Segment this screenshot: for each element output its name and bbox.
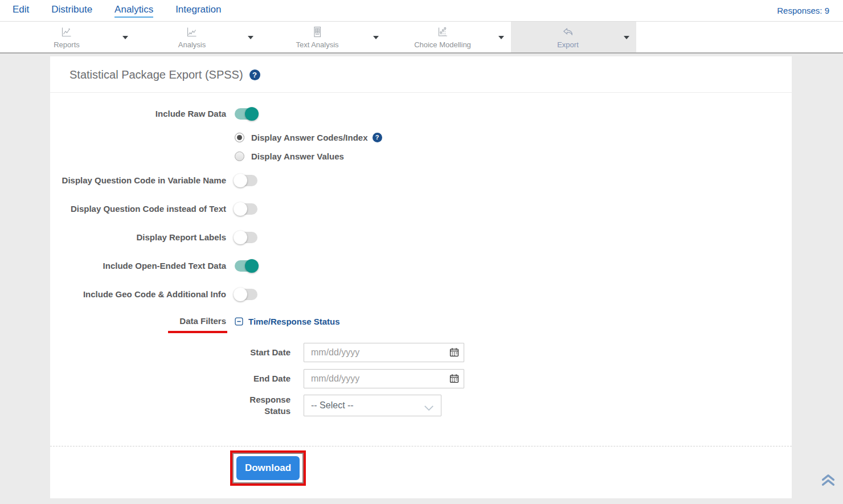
calendar-icon[interactable] [449, 374, 459, 386]
include-open-ended-text-toggle[interactable] [235, 260, 257, 272]
start-date-input[interactable] [304, 343, 464, 362]
top-menu-items: Edit Distribute Analytics Integration [13, 4, 221, 18]
toggle-row-question-code-text: Display Question Code instead of Text [50, 203, 792, 215]
time-response-status-title: Time/Response Status [248, 317, 340, 326]
responses-count[interactable]: Responses: 9 [777, 6, 829, 15]
toggle-knob [234, 202, 247, 216]
export-form: Include Raw Data Display Answer Codes/In… [50, 93, 792, 489]
analytics-toolbar: Reports Analysis Text Analysis Choice Mo… [0, 22, 843, 54]
tab-text-analysis-col: Text Analysis [260, 22, 386, 52]
end-date-label: End Date [50, 373, 290, 384]
menu-item-analytics[interactable]: Analytics [114, 4, 153, 18]
toggle-knob [245, 107, 259, 121]
radio-row-codes-index: Display Answer Codes/Index ? [235, 132, 792, 143]
calendar-icon[interactable] [449, 347, 459, 359]
include-raw-data-toggle[interactable] [235, 108, 257, 120]
response-status-select[interactable]: -- Select -- [304, 395, 441, 416]
scatter-chart-icon [435, 25, 450, 39]
tab-reports-label: Reports [54, 40, 80, 49]
area-chart-icon [185, 25, 199, 39]
toggle-label: Include Geo Code & Additional Info [50, 289, 226, 300]
toggle-row-open-ended: Include Open-Ended Text Data [50, 260, 792, 272]
end-date-input[interactable] [304, 369, 464, 388]
menu-item-edit[interactable]: Edit [13, 4, 29, 18]
question-code-in-variable-name-toggle[interactable] [235, 175, 257, 186]
tab-choice-modelling-col: Choice Modelling [386, 22, 511, 52]
toggle-knob [245, 259, 259, 273]
document-table-icon [310, 25, 325, 39]
answer-display-radio-group: Display Answer Codes/Index ? Display Ans… [235, 132, 792, 162]
data-filters-row: Data Filters Time/Response Status [50, 314, 792, 328]
display-answer-codes-radio[interactable] [235, 133, 244, 142]
radio-label: Display Answer Values [251, 151, 344, 161]
question-code-instead-of-text-toggle[interactable] [235, 203, 257, 215]
export-settings-card: Statistical Package Export (SPSS) ? Incl… [50, 56, 792, 498]
menu-item-integration[interactable]: Integration [175, 4, 221, 18]
tab-reports[interactable]: Reports [10, 22, 124, 52]
toggle-label: Include Open-Ended Text Data [50, 261, 226, 271]
tab-export-col: Export [511, 22, 636, 52]
chevron-down-icon[interactable] [498, 36, 504, 39]
display-report-labels-toggle[interactable] [235, 232, 257, 243]
toggle-row-question-code-variable: Display Question Code in Variable Name [50, 174, 792, 187]
tab-export[interactable]: Export [511, 22, 625, 52]
end-date-field-wrap [304, 369, 464, 388]
display-answer-values-radio[interactable] [235, 151, 244, 161]
radio-row-answer-values: Display Answer Values [235, 150, 792, 162]
tab-choice-modelling-label: Choice Modelling [414, 40, 471, 49]
download-area: Download [50, 446, 792, 489]
toggle-knob [234, 231, 247, 244]
tab-reports-col: Reports [10, 22, 135, 52]
line-chart-icon [59, 25, 74, 39]
double-chevron-up-icon [820, 473, 836, 487]
tab-analysis-col: Analysis [135, 22, 260, 52]
end-date-row: End Date [50, 369, 792, 388]
toggle-knob [234, 174, 247, 187]
toggle-row-geo-code: Include Geo Code & Additional Info [50, 288, 792, 301]
export-arrow-icon [560, 25, 575, 39]
page-title: Statistical Package Export (SPSS) [69, 68, 243, 81]
chevron-down-icon[interactable] [248, 36, 253, 39]
toggle-label: Display Report Labels [50, 232, 226, 243]
chevron-down-icon[interactable] [624, 36, 629, 39]
annotation-red-box: Download [230, 450, 306, 486]
radio-label: Display Answer Codes/Index [251, 133, 368, 142]
chevron-down-icon [424, 403, 434, 413]
collapse-minus-icon [235, 317, 243, 326]
start-date-label: Start Date [50, 347, 290, 358]
card-title-row: Statistical Package Export (SPSS) ? [50, 56, 792, 93]
toggle-label: Include Raw Data [50, 109, 226, 119]
data-filters-label-wrap: Data Filters [50, 316, 226, 326]
tab-analysis[interactable]: Analysis [135, 22, 249, 52]
select-value: -- Select -- [311, 400, 354, 411]
data-filters-label: Data Filters [179, 316, 226, 326]
time-response-status-section-toggle[interactable]: Time/Response Status [235, 317, 340, 326]
response-status-row: Response Status -- Select -- [50, 394, 792, 417]
top-menu-bar: Edit Distribute Analytics Integration Re… [0, 0, 843, 22]
tab-export-label: Export [557, 40, 579, 49]
toggle-row-include-raw-data: Include Raw Data [50, 108, 792, 120]
toggle-knob [234, 288, 247, 301]
radio-dot [237, 135, 242, 140]
scroll-to-top-button[interactable] [820, 473, 836, 490]
tab-analysis-label: Analysis [178, 40, 206, 49]
help-icon[interactable]: ? [373, 133, 382, 142]
annotation-red-underline [168, 331, 227, 333]
start-date-field-wrap [304, 343, 464, 362]
toggle-row-report-labels: Display Report Labels [50, 231, 792, 244]
chevron-down-icon[interactable] [122, 36, 128, 39]
help-icon[interactable]: ? [249, 69, 260, 80]
start-date-row: Start Date [50, 343, 792, 362]
chevron-down-icon[interactable] [373, 36, 379, 39]
download-button[interactable]: Download [236, 456, 300, 480]
include-geo-code-toggle[interactable] [235, 289, 257, 300]
menu-item-distribute[interactable]: Distribute [51, 4, 92, 18]
tab-choice-modelling[interactable]: Choice Modelling [386, 22, 500, 52]
tab-text-analysis-label: Text Analysis [296, 40, 338, 49]
toggle-label: Display Question Code instead of Text [50, 204, 226, 214]
response-status-label-text: Response Status [243, 394, 290, 417]
toggle-label: Display Question Code in Variable Name [50, 175, 226, 186]
tab-text-analysis[interactable]: Text Analysis [260, 22, 374, 52]
response-status-label: Response Status [50, 394, 290, 417]
